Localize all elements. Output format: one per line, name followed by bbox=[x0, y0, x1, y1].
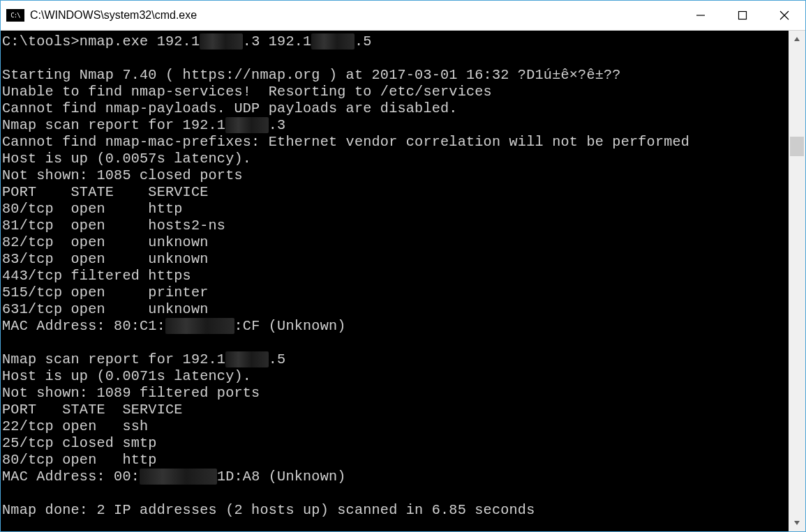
scroll-up-arrow[interactable] bbox=[789, 31, 805, 47]
output-line: .3 bbox=[269, 117, 286, 133]
prompt-path: C:\tools> bbox=[2, 33, 80, 50]
output-line: Starting Nmap 7.40 ( https://nmap.org ) … bbox=[2, 67, 621, 83]
output-line: Cannot find nmap-payloads. UDP payloads … bbox=[2, 100, 458, 116]
redacted-mac: 6E:2F:D3 bbox=[165, 318, 234, 334]
output-line: Not shown: 1089 filtered ports bbox=[2, 385, 260, 401]
redacted-ip: 68.10 bbox=[225, 351, 269, 367]
minimize-button[interactable] bbox=[680, 1, 722, 30]
cmd-text: .5 bbox=[355, 33, 372, 50]
port-row: 515/tcp open printer bbox=[2, 284, 209, 301]
port-row: 443/tcp filtered https bbox=[2, 268, 191, 284]
output-line: Nmap scan report for 192.1 bbox=[2, 351, 225, 367]
output-line: Nmap scan report for 192.1 bbox=[2, 117, 225, 133]
cmd-icon: C:\ bbox=[6, 9, 24, 22]
output-line: Unable to find nmap-services! Resorting … bbox=[2, 84, 492, 100]
output-line: Host is up (0.0057s latency). bbox=[2, 151, 251, 167]
mac-line: MAC Address: 80:C1: bbox=[2, 318, 165, 334]
port-row: 82/tcp open unknown bbox=[2, 234, 209, 250]
mac-line: MAC Address: 00: bbox=[2, 469, 140, 485]
redacted-ip: 68.1 bbox=[311, 33, 355, 50]
cmd-text: nmap.exe 192.1 bbox=[80, 33, 200, 50]
output-line: Host is up (0.0071s latency). bbox=[2, 368, 251, 384]
port-row: 81/tcp open hosts2-ns bbox=[2, 218, 225, 234]
port-header: PORT STATE SERVICE bbox=[2, 402, 183, 418]
cmd-text: .3 192.1 bbox=[243, 33, 312, 50]
redacted-ip: 68.10 bbox=[225, 117, 269, 133]
svg-rect-1 bbox=[739, 12, 747, 20]
console-area: C:\tools>nmap.exe 192.168.1 .3 192.168.1… bbox=[1, 31, 805, 531]
port-row: 22/tcp open ssh bbox=[2, 418, 148, 434]
console-output[interactable]: C:\tools>nmap.exe 192.168.1 .3 192.168.1… bbox=[1, 31, 789, 531]
port-row: 80/tcp open http bbox=[2, 201, 183, 217]
redacted-ip: 68.1 bbox=[200, 33, 243, 50]
output-line: Cannot find nmap-mac-prefixes: Ethernet … bbox=[2, 134, 689, 150]
scroll-track[interactable] bbox=[789, 47, 805, 515]
port-row: 25/tcp closed smtp bbox=[2, 435, 157, 451]
scroll-down-arrow[interactable] bbox=[789, 515, 805, 531]
mac-line: 1D:A8 (Unknown) bbox=[217, 469, 346, 485]
close-button[interactable] bbox=[763, 1, 805, 30]
mac-line: :CF (Unknown) bbox=[234, 318, 346, 334]
port-row: 83/tcp open unknown bbox=[2, 251, 209, 267]
window-controls bbox=[680, 1, 805, 30]
port-header: PORT STATE SERVICE bbox=[2, 184, 209, 200]
port-row: 80/tcp open http bbox=[2, 452, 157, 468]
output-line: Not shown: 1085 closed ports bbox=[2, 167, 243, 183]
redacted-mac: 0C:29:4E: bbox=[140, 469, 217, 485]
window-title: C:\WINDOWS\system32\cmd.exe bbox=[30, 9, 680, 22]
scroll-thumb[interactable] bbox=[790, 137, 804, 156]
output-line: Nmap done: 2 IP addresses (2 hosts up) s… bbox=[2, 502, 535, 518]
vertical-scrollbar[interactable] bbox=[789, 31, 805, 531]
maximize-button[interactable] bbox=[722, 1, 763, 30]
port-row: 631/tcp open unknown bbox=[2, 301, 209, 317]
output-line: .5 bbox=[269, 351, 286, 367]
titlebar[interactable]: C:\ C:\WINDOWS\system32\cmd.exe bbox=[1, 1, 805, 31]
